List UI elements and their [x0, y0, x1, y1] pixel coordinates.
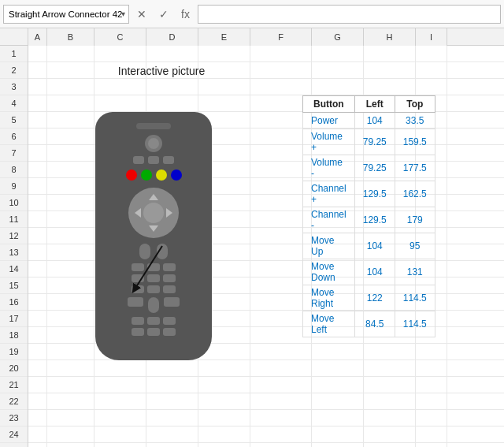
row-6[interactable]: 6 — [0, 129, 28, 145]
grid-row — [28, 195, 504, 211]
grid-row — [28, 95, 504, 112]
row-5[interactable]: 5 — [0, 112, 28, 129]
col-header-b[interactable]: B — [47, 28, 94, 46]
name-box[interactable]: Straight Arrow Connector 42 ▾ — [3, 5, 129, 24]
row-num-header — [0, 28, 28, 45]
row-7[interactable]: 7 — [0, 145, 28, 162]
grid-row — [28, 377, 504, 393]
formula-bar: Straight Arrow Connector 42 ▾ ✕ ✓ fx — [0, 0, 504, 28]
spreadsheet: A B C D E F G H I 1 2 3 4 5 6 7 8 9 10 1… — [0, 28, 504, 447]
row-2[interactable]: 2 — [0, 62, 28, 79]
grid-lines — [28, 46, 504, 447]
grid-row — [28, 261, 504, 278]
grid-row — [28, 344, 504, 360]
grid-row — [28, 62, 504, 79]
grid-row — [28, 228, 504, 244]
col-header-a[interactable]: A — [28, 28, 47, 46]
row-9[interactable]: 9 — [0, 178, 28, 195]
name-box-value: Straight Arrow Connector 42 — [9, 9, 122, 19]
row-24[interactable]: 24 — [0, 427, 28, 443]
cancel-button[interactable]: ✕ — [134, 8, 150, 20]
row-13[interactable]: 13 — [0, 244, 28, 261]
confirm-button[interactable]: ✓ — [156, 8, 172, 20]
grid-row — [28, 327, 504, 344]
grid-row — [28, 393, 504, 410]
grid-row — [28, 162, 504, 178]
row-17[interactable]: 17 — [0, 311, 28, 327]
formula-buttons: ✕ ✓ fx — [129, 8, 198, 20]
row-11[interactable]: 11 — [0, 211, 28, 228]
row-25[interactable]: 25 — [0, 443, 28, 447]
grid-row — [28, 278, 504, 294]
col-header-e[interactable]: E — [198, 28, 250, 46]
row-8[interactable]: 8 — [0, 162, 28, 178]
row-4[interactable]: 4 — [0, 95, 28, 112]
grid-row — [28, 443, 504, 447]
col-header-c[interactable]: C — [94, 28, 146, 46]
grid-row — [28, 410, 504, 427]
grid-row — [28, 294, 504, 311]
row-3[interactable]: 3 — [0, 79, 28, 95]
grid-row — [28, 244, 504, 261]
grid-row — [28, 79, 504, 95]
grid-row — [28, 311, 504, 327]
grid-body: 1 2 3 4 5 6 7 8 9 10 11 12 13 14 15 16 1… — [0, 46, 504, 447]
row-14[interactable]: 14 — [0, 261, 28, 278]
row-10[interactable]: 10 — [0, 195, 28, 211]
row-19[interactable]: 19 — [0, 344, 28, 360]
row-16[interactable]: 16 — [0, 294, 28, 311]
grid-row — [28, 129, 504, 145]
row-12[interactable]: 12 — [0, 228, 28, 244]
grid-row — [28, 46, 504, 62]
col-header-h[interactable]: H — [364, 28, 416, 46]
row-21[interactable]: 21 — [0, 377, 28, 393]
grid-row — [28, 211, 504, 228]
row-20[interactable]: 20 — [0, 360, 28, 377]
grid-row — [28, 145, 504, 162]
row-18[interactable]: 18 — [0, 327, 28, 344]
row-22[interactable]: 22 — [0, 393, 28, 410]
grid-row — [28, 427, 504, 443]
col-header-g[interactable]: G — [312, 28, 364, 46]
row-1[interactable]: 1 — [0, 46, 28, 62]
col-header-i[interactable]: I — [416, 28, 447, 46]
name-box-dropdown-icon[interactable]: ▾ — [121, 9, 125, 18]
grid-row — [28, 178, 504, 195]
col-header-d[interactable]: D — [146, 28, 198, 46]
grid-row — [28, 360, 504, 377]
row-numbers: 1 2 3 4 5 6 7 8 9 10 11 12 13 14 15 16 1… — [0, 46, 28, 447]
grid-row — [28, 112, 504, 129]
row-15[interactable]: 15 — [0, 278, 28, 294]
grid-content: Interactive picture — [28, 46, 504, 447]
row-23[interactable]: 23 — [0, 410, 28, 427]
function-button[interactable]: fx — [178, 8, 193, 20]
formula-input[interactable] — [198, 5, 501, 24]
column-headers: A B C D E F G H I — [0, 28, 504, 46]
col-header-f[interactable]: F — [250, 28, 312, 46]
